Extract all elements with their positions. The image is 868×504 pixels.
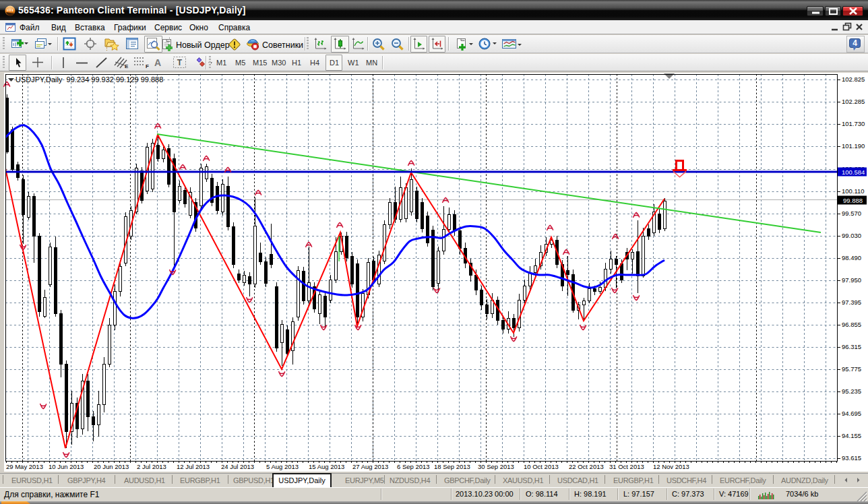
svg-text:98.490: 98.490 — [842, 254, 861, 261]
svg-text:93.615: 93.615 — [842, 454, 861, 462]
svg-text:4: 4 — [852, 38, 857, 48]
svg-text:97.395: 97.395 — [842, 298, 861, 306]
svg-text:29 May 2013: 29 May 2013 — [6, 463, 43, 470]
svg-text:101.730: 101.730 — [842, 120, 865, 127]
svg-text:30 Sep 2013: 30 Sep 2013 — [478, 463, 514, 470]
svg-text:10 Jun 2013: 10 Jun 2013 — [49, 463, 84, 470]
svg-text:31 Oct 2013: 31 Oct 2013 — [609, 463, 644, 470]
svg-text:96.855: 96.855 — [842, 321, 861, 328]
svg-text:5 Aug 2013: 5 Aug 2013 — [266, 463, 299, 470]
svg-text:24 Jul 2013: 24 Jul 2013 — [221, 463, 254, 470]
svg-text:100.584: 100.584 — [842, 168, 865, 176]
svg-text:95.775: 95.775 — [842, 365, 861, 373]
svg-text:101.190: 101.190 — [842, 142, 865, 150]
svg-text:100.110: 100.110 — [842, 187, 865, 195]
svg-text:27 Aug 2013: 27 Aug 2013 — [352, 463, 388, 470]
svg-text:2 Jul 2013: 2 Jul 2013 — [137, 463, 166, 470]
svg-text:102.285: 102.285 — [842, 98, 865, 105]
svg-text:97.950: 97.950 — [842, 276, 861, 284]
svg-text:20 Jun 2013: 20 Jun 2013 — [94, 463, 129, 470]
svg-text:94.155: 94.155 — [842, 432, 861, 439]
svg-text:99.030: 99.030 — [842, 232, 861, 239]
svg-text:T: T — [177, 58, 183, 67]
svg-text:12 Jul 2013: 12 Jul 2013 — [177, 463, 210, 470]
svg-text:96.315: 96.315 — [842, 343, 861, 350]
svg-text:22 Oct 2013: 22 Oct 2013 — [569, 463, 604, 470]
svg-text:18 Sep 2013: 18 Sep 2013 — [434, 463, 470, 470]
svg-text:99.888: 99.888 — [843, 197, 863, 204]
svg-text:12 Nov 2013: 12 Nov 2013 — [653, 463, 689, 470]
svg-text:94.695: 94.695 — [842, 410, 861, 417]
svg-text:102.825: 102.825 — [842, 75, 865, 83]
svg-text:10 Oct 2013: 10 Oct 2013 — [524, 463, 559, 470]
svg-text:E: E — [125, 63, 129, 69]
svg-text:99.570: 99.570 — [842, 210, 861, 217]
svg-text:F: F — [146, 63, 149, 69]
svg-text:95.235: 95.235 — [842, 387, 861, 395]
svg-text:6 Sep 2013: 6 Sep 2013 — [397, 463, 430, 470]
svg-text:USDJPY,Daily 99.234 99.932 99: USDJPY,Daily 99.234 99.932 99.129 99.888 — [16, 75, 163, 84]
svg-text:15 Aug 2013: 15 Aug 2013 — [309, 463, 344, 470]
